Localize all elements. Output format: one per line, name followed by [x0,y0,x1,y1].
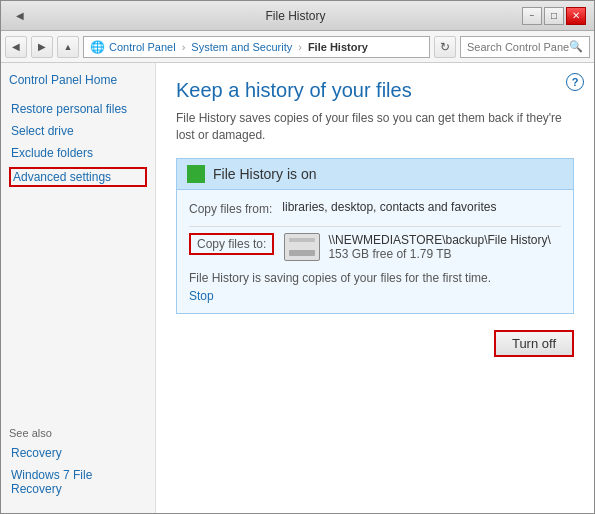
main-area: Control Panel Home Restore personal file… [1,63,594,513]
see-also-title: See also [9,427,147,439]
up-button[interactable]: ▲ [57,36,79,58]
page-title: Keep a history of your files [176,79,574,102]
see-also-section: See also Recovery Windows 7 File Recover… [9,427,147,503]
sidebar-item-recovery[interactable]: Recovery [9,445,147,461]
close-button[interactable]: ✕ [566,7,586,25]
refresh-button[interactable]: ↻ [434,36,456,58]
saving-text: File History is saving copies of your fi… [189,271,561,285]
window: ◀ File History − □ ✕ ◀ ▶ ▲ 🌐 Control Pan… [0,0,595,514]
window-controls: − □ ✕ [522,7,586,25]
content-panel: ? Keep a history of your files File Hist… [156,63,594,513]
copy-from-label: Copy files from: [189,202,272,216]
help-button[interactable]: ? [566,73,584,91]
maximize-button[interactable]: □ [544,7,564,25]
divider [189,226,561,227]
search-icon: 🔍 [569,40,583,53]
status-box: File History is on Copy files from: libr… [176,158,574,314]
globe-icon: 🌐 [90,40,105,54]
sidebar-item-advanced-settings[interactable]: Advanced settings [9,167,147,187]
copy-to-label[interactable]: Copy files to: [189,233,274,255]
sidebar-item-exclude-folders[interactable]: Exclude folders [9,145,147,161]
sidebar-item-win7-recovery[interactable]: Windows 7 File Recovery [9,467,147,497]
title-back-btn[interactable]: ◀ [9,5,31,27]
drive-info: \\NEWMEDIASTORE\backup\File History\ 153… [284,233,551,261]
sidebar-item-restore[interactable]: Restore personal files [9,101,147,117]
status-body: Copy files from: libraries, desktop, con… [177,190,573,313]
status-green-indicator [187,165,205,183]
search-box[interactable]: 🔍 [460,36,590,58]
sidebar-home-link[interactable]: Control Panel Home [9,73,147,87]
back-button[interactable]: ◀ [5,36,27,58]
sidebar-item-select-drive[interactable]: Select drive [9,123,147,139]
address-bar: ◀ ▶ ▲ 🌐 Control Panel › System and Secur… [1,31,594,63]
status-header: File History is on [177,159,573,190]
path-file-history: File History [308,41,368,53]
search-input[interactable] [467,41,569,53]
copy-from-value: libraries, desktop, contacts and favorit… [282,200,496,214]
title-bar: ◀ File History − □ ✕ [1,1,594,31]
minimize-button[interactable]: − [522,7,542,25]
turn-off-button[interactable]: Turn off [494,330,574,357]
forward-button[interactable]: ▶ [31,36,53,58]
stop-link[interactable]: Stop [189,289,214,303]
path-system-security[interactable]: System and Security [191,41,292,53]
drive-details: \\NEWMEDIASTORE\backup\File History\ 153… [328,233,551,261]
drive-icon [284,233,320,261]
sidebar: Control Panel Home Restore personal file… [1,63,156,513]
drive-path: \\NEWMEDIASTORE\backup\File History\ [328,233,551,247]
page-subtitle: File History saves copies of your files … [176,110,574,144]
turn-off-row: Turn off [176,330,574,357]
address-path-box[interactable]: 🌐 Control Panel › System and Security › … [83,36,430,58]
copy-to-row: Copy files to: \\NEWMEDIASTORE\backup\Fi… [189,233,561,261]
path-control-panel[interactable]: Control Panel [109,41,176,53]
status-on-text: File History is on [213,166,316,182]
drive-space: 153 GB free of 1.79 TB [328,247,551,261]
copy-from-row: Copy files from: libraries, desktop, con… [189,200,561,216]
window-title: File History [69,9,522,23]
